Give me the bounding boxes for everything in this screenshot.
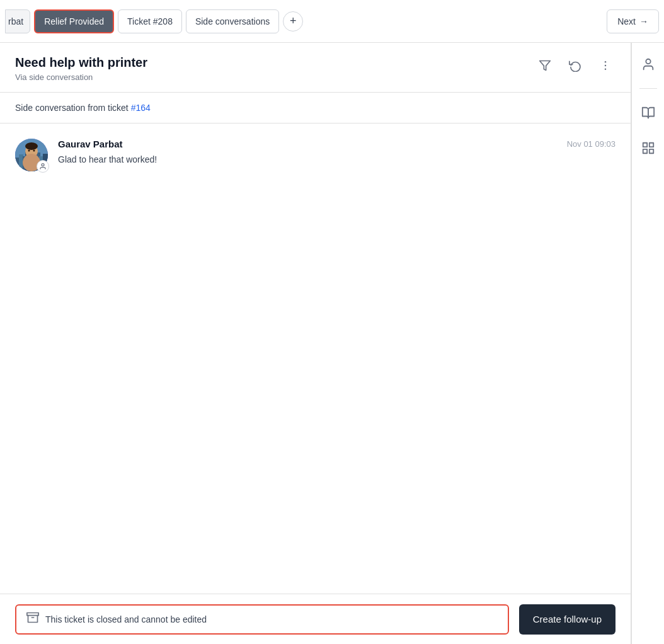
create-followup-button[interactable]: Create follow-up [519,604,615,635]
sidebar-divider [639,88,657,89]
svg-rect-19 [27,613,38,616]
svg-point-21 [646,59,650,64]
conv-header-actions [535,55,615,76]
svg-point-17 [33,150,35,152]
side-conv-text: Side conversation from ticket [15,103,131,113]
next-label: Next [617,16,636,26]
message-author: Gaurav Parbat [58,139,123,149]
more-icon [599,59,612,72]
history-button[interactable] [565,55,585,76]
side-conversations-label: Side conversations [195,16,270,26]
book-sidebar-button[interactable] [637,101,660,124]
archive-icon [26,611,39,624]
user-badge-icon [39,163,47,170]
relief-provided-label: Relief Provided [44,16,104,26]
avatar [15,139,48,171]
svg-rect-6 [19,154,23,171]
next-arrow-icon: → [639,16,648,26]
person-icon [641,57,655,71]
filter-button[interactable] [535,55,555,76]
svg-point-18 [42,164,44,166]
left-panel: Need help with printer Via side conversa… [0,43,631,644]
relief-provided-tab[interactable]: Relief Provided [34,9,114,33]
svg-rect-23 [649,143,653,147]
conversation-title: Need help with printer [15,55,147,70]
svg-marker-0 [540,61,551,71]
message-text: Glad to hear that worked! [58,153,615,166]
svg-rect-25 [649,149,653,153]
next-button[interactable]: Next → [607,9,659,33]
person-sidebar-button[interactable] [637,53,660,76]
conv-title-area: Need help with printer Via side conversa… [15,55,147,82]
message-item: Gaurav Parbat Nov 01 09:03 Glad to hear … [15,139,615,171]
svg-rect-22 [643,143,646,147]
book-icon [641,106,655,120]
svg-point-3 [605,69,607,71]
history-icon [569,59,581,72]
bottom-footer: This ticket is closed and cannot be edit… [0,594,631,644]
add-icon: + [290,14,297,28]
closed-text: This ticket is closed and cannot be edit… [45,614,207,624]
ticket-tab[interactable]: Ticket #208 [118,9,182,33]
svg-point-2 [605,65,607,67]
side-conversations-tab[interactable]: Side conversations [186,9,279,33]
svg-point-16 [28,150,30,152]
svg-rect-24 [643,149,646,153]
partial-tab-label: rbat [8,16,23,26]
avatar-badge [37,160,49,173]
right-sidebar [631,43,664,644]
grid-icon [641,141,655,155]
closed-notice: This ticket is closed and cannot be edit… [15,604,509,635]
top-bar: rbat Relief Provided Ticket #208 Side co… [0,0,664,43]
filter-icon [539,59,551,72]
svg-point-15 [25,142,38,150]
conversation-header: Need help with printer Via side conversa… [0,43,631,93]
svg-point-1 [605,61,607,63]
message-meta: Gaurav Parbat Nov 01 09:03 [58,139,615,149]
closed-icon [26,611,39,627]
partial-tab[interactable]: rbat [5,9,30,33]
grid-sidebar-button[interactable] [637,137,660,159]
conversation-subtitle: Via side conversation [15,72,147,82]
main-content: Need help with printer Via side conversa… [0,43,664,644]
side-conv-banner: Side conversation from ticket #164 [0,93,631,124]
message-body: Gaurav Parbat Nov 01 09:03 Glad to hear … [58,139,615,166]
more-options-button[interactable] [595,55,615,76]
ticket-label: Ticket #208 [127,16,173,26]
add-button[interactable]: + [283,11,303,32]
message-time: Nov 01 09:03 [567,139,615,149]
message-area: Gaurav Parbat Nov 01 09:03 Glad to hear … [0,124,631,594]
ticket-link[interactable]: #164 [131,103,151,113]
